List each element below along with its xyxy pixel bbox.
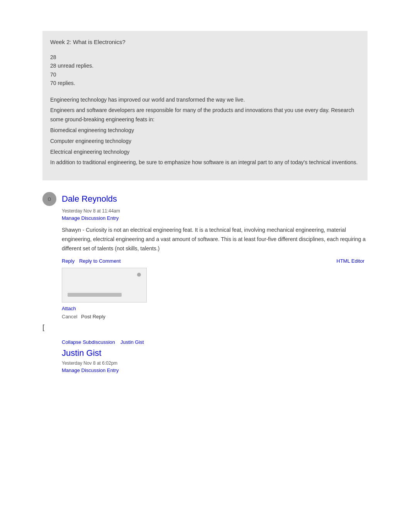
subdiscussion-manage-link[interactable]: Manage Discussion Entry [62,367,368,373]
desc-line-4: Computer engineering technology [50,137,360,146]
collapse-row: Collapse Subdiscussion Justin Gist [62,339,368,345]
collapse-bracket: [ [42,323,368,331]
subdiscussion-indent: Collapse Subdiscussion Justin Gist Justi… [42,339,368,373]
description-block: Engineering technology has improved our … [50,95,360,168]
bottom-actions: Cancel Post Reply [62,314,368,320]
reply-link[interactable]: Reply [62,258,75,264]
editor-blur-bar [68,293,122,297]
reply-count: 70 [50,70,360,79]
desc-line-2: Engineers and software developers are re… [50,106,360,124]
author-name-link[interactable]: Dale Reynolds [62,194,117,204]
subdiscussion-author-name-link[interactable]: Justin Gist [62,348,102,358]
reply-to-comment-link[interactable]: Reply to Comment [79,258,121,264]
reply-links-row: Reply Reply to Comment HTML Editor [62,258,368,264]
stats-block: 28 28 unread replies. 70 70 replies. [50,53,360,88]
cancel-link[interactable]: Cancel [62,314,77,320]
html-editor-link[interactable]: HTML Editor [337,258,364,264]
entry-author-row: o Dale Reynolds [42,192,368,206]
author-name-text: Dale Reynolds [62,194,117,204]
reply-label: 70 replies. [50,79,360,87]
unread-label: 28 unread replies. [50,61,360,70]
collapse-subdiscussion-link[interactable]: Collapse Subdiscussion [62,339,115,345]
post-reply-button[interactable]: Post Reply [81,314,105,320]
desc-line-6: In addition to traditional engineering, … [50,158,360,167]
desc-line-1: Engineering technology has improved our … [50,95,360,105]
avatar: o [42,192,56,206]
subdiscussion-timestamp: Yesterday Nov 8 at 6:02pm [62,360,368,366]
entry-content: Shawyn - Curiosity is not an electrical … [62,226,368,253]
entry-timestamp: Yesterday Nov 8 at 11:44am [62,208,368,214]
desc-line-3: Biomedical engineering technology [50,126,360,135]
subdiscussion-section: Collapse Subdiscussion Justin Gist Justi… [42,339,368,373]
editor-dot [137,273,141,277]
discussion-title: Week 2: What is Electronics? [50,39,360,45]
subdiscussion-author-name-text: Justin Gist [62,348,102,358]
attach-link[interactable]: Attach [62,306,368,311]
discussion-header: Week 2: What is Electronics? 28 28 unrea… [42,31,368,180]
subdiscussion-author-link[interactable]: Justin Gist [120,339,144,345]
unread-count: 28 [50,53,360,61]
entry-section: o Dale Reynolds Yesterday Nov 8 at 11:44… [42,192,368,319]
reply-editor[interactable] [62,268,147,303]
page-wrapper: Week 2: What is Electronics? 28 28 unrea… [0,0,410,409]
manage-entry-link[interactable]: Manage Discussion Entry [62,215,368,221]
avatar-letter: o [48,195,51,202]
reply-box-area: Attach Cancel Post Reply [62,268,368,320]
entry-indent: Yesterday Nov 8 at 11:44am Manage Discus… [42,208,368,319]
desc-line-5: Electrical engineering technology [50,148,360,157]
